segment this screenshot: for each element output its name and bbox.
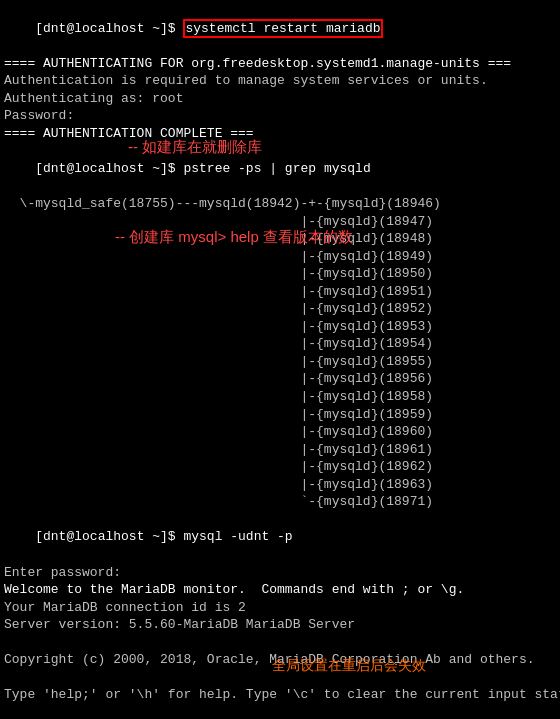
tree-line-5: |-{mysqld}(18950) bbox=[4, 265, 556, 283]
annotation-delete-db: -- 如建库在就删除库 bbox=[128, 138, 262, 157]
line-blank3 bbox=[4, 704, 556, 719]
terminal: [dnt@localhost ~]$ systemctl restart mar… bbox=[0, 0, 560, 719]
tree-line-7: |-{mysqld}(18952) bbox=[4, 300, 556, 318]
tree-line-13: |-{mysqld}(18959) bbox=[4, 406, 556, 424]
tree-line-11: |-{mysqld}(18956) bbox=[4, 370, 556, 388]
tree-line-6: |-{mysqld}(18951) bbox=[4, 283, 556, 301]
tree-line-4: |-{mysqld}(18949) bbox=[4, 248, 556, 266]
line-3: Authentication is required to manage sys… bbox=[4, 72, 556, 90]
tree-line-10: |-{mysqld}(18955) bbox=[4, 353, 556, 371]
command-1: systemctl restart mariadb bbox=[183, 19, 382, 38]
command-2: pstree -ps | grep mysqld bbox=[183, 161, 370, 176]
command-3: mysql -udnt -p bbox=[183, 529, 292, 544]
tree-line-14: |-{mysqld}(18960) bbox=[4, 423, 556, 441]
prompt-1: [dnt@localhost ~]$ bbox=[35, 21, 183, 36]
prompt-2: [dnt@localhost ~]$ bbox=[35, 161, 183, 176]
line-server: Server version: 5.5.60-MariaDB MariaDB S… bbox=[4, 616, 556, 634]
annotation-global-setting: 全局设置在重启后会失效 bbox=[272, 657, 426, 675]
line-7: [dnt@localhost ~]$ pstree -ps | grep mys… bbox=[4, 142, 556, 195]
line-welcome: Welcome to the MariaDB monitor. Commands… bbox=[4, 581, 556, 599]
tree-line-18: `-{mysqld}(18971) bbox=[4, 493, 556, 511]
tree-line-12: |-{mysqld}(18958) bbox=[4, 388, 556, 406]
tree-line-8: |-{mysqld}(18953) bbox=[4, 318, 556, 336]
tree-line-16: |-{mysqld}(18962) bbox=[4, 458, 556, 476]
line-help: Type 'help;' or '\h' for help. Type '\c'… bbox=[4, 686, 556, 704]
tree-line-15: |-{mysqld}(18961) bbox=[4, 441, 556, 459]
line-4: Authenticating as: root bbox=[4, 90, 556, 108]
line-5: Password: bbox=[4, 107, 556, 125]
line-6: ==== AUTHENTICATION COMPLETE === bbox=[4, 125, 556, 143]
line-mysql-cmd: [dnt@localhost ~]$ mysql -udnt -p bbox=[4, 511, 556, 564]
tree-line-1: \-mysqld_safe(18755)---mysqld(18942)-+-{… bbox=[4, 195, 556, 213]
line-blank1 bbox=[4, 634, 556, 652]
line-2: ==== AUTHENTICATING FOR org.freedesktop.… bbox=[4, 55, 556, 73]
line-connid: Your MariaDB connection id is 2 bbox=[4, 599, 556, 617]
tree-line-9: |-{mysqld}(18954) bbox=[4, 335, 556, 353]
annotation-create-table: -- 创建库 mysql> help 查看版本的数 bbox=[115, 228, 353, 247]
prompt-3: [dnt@localhost ~]$ bbox=[35, 529, 183, 544]
tree-line-17: |-{mysqld}(18963) bbox=[4, 476, 556, 494]
line-enter-pw: Enter password: bbox=[4, 564, 556, 582]
line-1: [dnt@localhost ~]$ systemctl restart mar… bbox=[4, 2, 556, 55]
